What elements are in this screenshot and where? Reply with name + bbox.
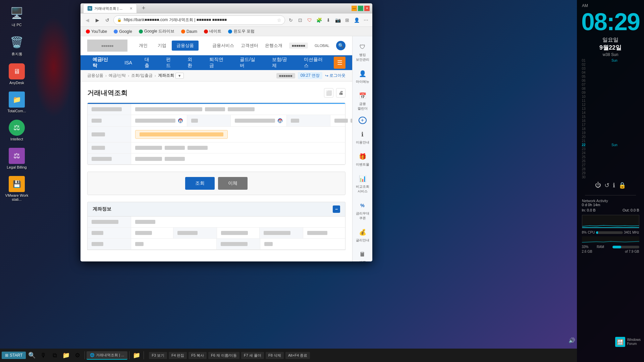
bm-gdrive[interactable]: Google 드라이브	[136, 28, 177, 35]
close-button[interactable]: ✕	[364, 6, 370, 11]
icon-anydesk[interactable]: 🖥 AnyDesk	[3, 62, 30, 86]
corporate-tab[interactable]: 기업	[153, 41, 171, 51]
bc-inquiry[interactable]: 조회/입출금	[131, 73, 152, 78]
reset-button[interactable]: 이체	[218, 177, 248, 190]
personal-tab[interactable]: 개인	[134, 41, 152, 51]
sidebar-compare[interactable]: 📊 비교조회서비스	[353, 171, 372, 196]
bank-main-nav: 예금/신탁 ISA 대출 펀드 외환 퇴직연금 골드/실버	[80, 55, 352, 70]
nav-forex[interactable]: 외환	[182, 54, 202, 71]
print-button[interactable]: 🖨	[336, 88, 345, 98]
bank-content: ■■■■■■ 개인 기업 금융상품 금	[80, 36, 372, 261]
sidebar-icon[interactable]: ⊞	[343, 16, 351, 24]
sidebar-calc[interactable]: 🖩 예금계산기	[353, 247, 372, 261]
icon-recycle[interactable]: 🗑️ 휴지통	[3, 33, 30, 58]
nav-funds[interactable]: 펀드	[161, 54, 180, 71]
bc-financial-products[interactable]: 금융상품	[87, 73, 103, 78]
nav-isa[interactable]: ISA	[119, 57, 138, 68]
maximize-button[interactable]: □	[358, 6, 363, 11]
lock-icon[interactable]: 🔒	[619, 182, 626, 189]
icon-vmware[interactable]: 💾 VMware Workstati...	[3, 174, 30, 203]
icon-legal-billing[interactable]: ⚖ Legal Billing	[3, 146, 30, 171]
bc-deposits[interactable]: 예금/신탁	[109, 73, 126, 78]
star-icon[interactable]: ☆	[277, 17, 281, 23]
calendar-icon-1[interactable]: 📅	[178, 118, 183, 123]
forward-button[interactable]: ▶	[93, 16, 101, 24]
sidebar-calendar[interactable]: 📅 금융캘린더	[353, 88, 372, 114]
volume-icon[interactable]: 🔊	[569, 337, 575, 344]
sidebar-coupon[interactable]: % 금리우대쿠폰	[353, 198, 372, 223]
taskbar-browser-app[interactable]: 🌐 거래내역조회 | ...	[87, 351, 127, 360]
calendar-icon-2[interactable]: 📅	[278, 118, 282, 123]
menu-icon[interactable]: ⋯	[362, 16, 370, 24]
download-icon[interactable]: ⬇	[325, 16, 332, 24]
nav-insurance[interactable]: 보험/공제	[267, 54, 297, 71]
search-button[interactable]: 조회	[185, 177, 215, 190]
taskbar-file-manager[interactable]: 📁	[61, 350, 71, 361]
nav-retirement[interactable]: 퇴직연금	[204, 54, 233, 71]
icon-totalcmd[interactable]: 📁 TotalCom...	[3, 90, 30, 115]
taskbar-cortana[interactable]: 🎙	[38, 350, 49, 361]
logout-button[interactable]: ↪ 로그아웃	[325, 73, 345, 78]
session-extend-label[interactable]: 연장	[312, 73, 320, 78]
bm-daum-label: Daum	[186, 29, 197, 34]
print-icon[interactable]: ⬜	[324, 88, 333, 98]
start-icon: ⊞	[5, 353, 8, 358]
taskbar-totalcmd[interactable]: 📁	[131, 350, 142, 361]
back-button[interactable]: ◀	[83, 16, 91, 24]
refresh-button[interactable]: ↺	[103, 16, 111, 24]
sidebar-my-menu[interactable]: 👤 마이메뉴	[353, 66, 372, 87]
fkey-f3[interactable]: F3 보기	[149, 352, 167, 359]
taskbar-task-view[interactable]: ⧉	[49, 350, 60, 361]
customer-center-link[interactable]: 고객센터	[241, 43, 258, 49]
nav-mission[interactable]: 미션플러스	[299, 54, 332, 71]
bm-youtube[interactable]: YouTube	[83, 28, 110, 35]
url-bar[interactable]: 🔒 https://bank■■■■■■.com 거래내역조회 | ■■■■■■…	[113, 15, 285, 25]
icon-my-pc[interactable]: 🖥️ 내 PC	[3, 3, 30, 29]
sidebar-info[interactable]: ℹ 이용안내	[353, 127, 372, 147]
bm-winforum[interactable]: 윈도우 포럼	[225, 28, 257, 35]
active-tab[interactable]: N 거래내역조회 | ... ×	[83, 4, 137, 13]
info-icon[interactable]: ℹ	[613, 182, 615, 189]
sidebar-security[interactable]: 🛡 뱅킹보안관리	[353, 40, 372, 65]
nav-deposits[interactable]: 예금/신탁	[87, 54, 117, 71]
nav-more-button[interactable]: ☰	[334, 57, 345, 69]
fkey-f5[interactable]: F5 복사	[189, 352, 207, 359]
nav-gold[interactable]: 골드/실버	[234, 54, 265, 71]
power-icon[interactable]: ⏻	[595, 182, 601, 189]
calendar-numbers: 01Sun 02 03 04 05 06 07 08 09 10 11 12 1…	[582, 59, 639, 179]
fkey-altf4[interactable]: Alt+F4 종료	[285, 352, 310, 359]
nav-loans[interactable]: 대출	[139, 54, 159, 71]
taskbar-settings[interactable]: ⚙	[72, 350, 83, 361]
icon-intellect[interactable]: ⚖ Intellect	[3, 118, 30, 143]
minimize-button[interactable]: —	[352, 6, 357, 11]
refresh-icon-2[interactable]: ↻	[287, 16, 294, 24]
bc-dropdown-button[interactable]: ▼	[175, 73, 184, 79]
bm-nate[interactable]: 네이트	[201, 28, 224, 35]
fkey-f7[interactable]: F7 새 폴더	[241, 352, 264, 359]
network-out: Out: 0.0 B	[623, 208, 639, 212]
bank-search-button[interactable]: 🔍	[336, 41, 345, 50]
sidebar-add-button[interactable]: +	[359, 117, 367, 124]
financial-products-tab[interactable]: 금융상품	[172, 41, 199, 51]
fkey-f4[interactable]: F4 편집	[169, 352, 187, 359]
bookmark-icon[interactable]: ⊡	[297, 16, 304, 24]
fkey-f6[interactable]: F6 재 이름/이동	[208, 352, 239, 359]
start-button[interactable]: ⊞ START	[2, 352, 26, 359]
bm-google[interactable]: Google	[111, 28, 135, 35]
new-tab-button[interactable]: +	[139, 4, 148, 13]
section-toggle-button[interactable]: −	[333, 205, 340, 213]
financial-services-link[interactable]: 금융서비스	[212, 43, 234, 49]
account-icon[interactable]: 👤	[353, 16, 360, 24]
fkey-f8[interactable]: F8 삭제	[266, 352, 284, 359]
sidebar-savings[interactable]: 💰 글리안내	[353, 225, 372, 245]
taskbar-search[interactable]: 🔍	[26, 350, 37, 361]
addon-icon[interactable]: 🧩	[315, 16, 323, 24]
global-label[interactable]: GLOBAL	[315, 44, 329, 48]
screenshot-icon[interactable]: 📷	[334, 16, 341, 24]
refresh-icon[interactable]: ↺	[604, 182, 609, 189]
about-bank-link[interactable]: 은행소개	[265, 43, 282, 49]
shield-icon[interactable]: 🛡	[306, 16, 313, 24]
sidebar-event[interactable]: 🎁 이벤트몰	[353, 149, 372, 170]
tab-close-button[interactable]: ×	[130, 6, 132, 11]
bm-daum[interactable]: Daum	[178, 28, 200, 35]
